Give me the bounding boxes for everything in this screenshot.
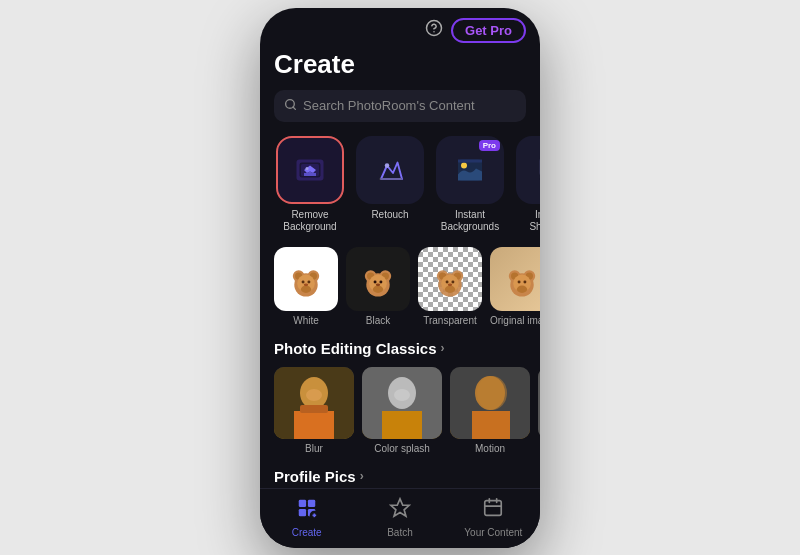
help-icon[interactable]: [425, 19, 443, 41]
svg-point-65: [477, 376, 507, 410]
bg-option-original[interactable]: Original image: [490, 247, 540, 326]
bg-option-transparent-label: Transparent: [423, 315, 477, 326]
svg-point-51: [517, 285, 527, 292]
svg-line-3: [293, 107, 295, 109]
motion-thumb: [450, 367, 530, 439]
nav-your-content[interactable]: Your Content: [447, 497, 540, 538]
nav-your-content-label: Your Content: [464, 527, 522, 538]
svg-point-62: [394, 389, 410, 401]
blur-thumb: [274, 367, 354, 439]
profile-heading-text: Profile Pics: [274, 468, 356, 485]
tools-row: RemoveBackground Retouch Pro: [260, 136, 540, 233]
svg-rect-90: [485, 500, 502, 515]
bg-thumb-white: [274, 247, 338, 311]
svg-rect-12: [540, 158, 541, 176]
search-placeholder: Search PhotoRoom's Content: [303, 98, 475, 113]
bg-thumb-transparent: [418, 247, 482, 311]
svg-point-53: [524, 280, 527, 283]
bg-option-white[interactable]: White: [274, 247, 338, 326]
profile-chevron: ›: [360, 469, 364, 483]
svg-point-41: [445, 285, 455, 292]
svg-rect-58: [300, 405, 328, 413]
tool-instant-shadows[interactable]: Pro Instant Shadows: [514, 136, 540, 233]
svg-point-57: [306, 389, 322, 401]
bg-thumb-black: [346, 247, 410, 311]
tool-instant-bg[interactable]: Pro InstantBackgrounds: [434, 136, 506, 233]
svg-rect-66: [472, 411, 510, 439]
svg-point-14: [540, 176, 541, 182]
svg-rect-83: [308, 499, 315, 506]
retouch-icon-box: [356, 136, 424, 204]
instant-shadows-label: Instant Shadows: [514, 209, 540, 233]
svg-rect-82: [298, 499, 305, 506]
svg-rect-61: [382, 411, 422, 439]
instant-bg-label: InstantBackgrounds: [441, 209, 499, 233]
svg-rect-56: [294, 411, 334, 439]
classic-other[interactable]: Li...: [538, 367, 540, 454]
page-title: Create: [274, 49, 526, 80]
color-splash-label: Color splash: [374, 443, 430, 454]
create-icon: [296, 497, 318, 524]
bg-thumb-original: [490, 247, 540, 311]
main-content: Create Search PhotoRoom's Content: [260, 49, 540, 488]
svg-rect-67: [538, 367, 540, 439]
bg-option-black-label: Black: [366, 315, 390, 326]
svg-point-21: [301, 285, 311, 292]
your-content-icon: [482, 497, 504, 524]
classic-color-splash[interactable]: Color splash: [362, 367, 442, 454]
tool-retouch[interactable]: Retouch: [354, 136, 426, 233]
classic-blur[interactable]: Blur: [274, 367, 354, 454]
svg-point-23: [307, 280, 310, 283]
nav-batch[interactable]: Batch: [353, 497, 446, 538]
motion-label: Motion: [475, 443, 505, 454]
classics-section-heading[interactable]: Photo Editing Classics ›: [274, 340, 526, 357]
nav-create-label: Create: [292, 527, 322, 538]
blur-label: Blur: [305, 443, 323, 454]
svg-point-52: [518, 280, 521, 283]
svg-point-44: [448, 283, 452, 286]
top-bar: Get Pro: [260, 8, 540, 49]
bg-option-original-label: Original image: [490, 315, 540, 326]
search-icon: [284, 98, 297, 114]
svg-point-31: [373, 285, 383, 292]
pro-badge: Pro: [479, 140, 500, 151]
nav-batch-label: Batch: [387, 527, 413, 538]
remove-bg-icon-box: [276, 136, 344, 204]
tool-remove-bg[interactable]: RemoveBackground: [274, 136, 346, 233]
bg-option-transparent[interactable]: Transparent: [418, 247, 482, 326]
svg-point-34: [376, 283, 380, 286]
retouch-label: Retouch: [371, 209, 408, 221]
svg-point-24: [304, 283, 308, 286]
get-pro-button[interactable]: Get Pro: [451, 18, 526, 43]
svg-marker-89: [391, 498, 409, 515]
search-bar[interactable]: Search PhotoRoom's Content: [274, 90, 526, 122]
classics-chevron: ›: [441, 341, 445, 355]
color-splash-thumb: [362, 367, 442, 439]
remove-bg-label: RemoveBackground: [283, 209, 336, 233]
bottom-nav: Create Batch Your Content: [260, 488, 540, 548]
svg-point-43: [451, 280, 454, 283]
batch-icon: [389, 497, 411, 524]
svg-point-22: [302, 280, 305, 283]
classic-motion[interactable]: Motion: [450, 367, 530, 454]
svg-point-42: [446, 280, 449, 283]
bg-options-row: White Bl: [260, 247, 540, 326]
svg-rect-84: [298, 508, 305, 515]
svg-point-32: [374, 280, 377, 283]
nav-create[interactable]: Create: [260, 497, 353, 538]
svg-point-11: [461, 162, 467, 168]
svg-point-7: [306, 167, 309, 170]
instant-bg-icon-box: Pro: [436, 136, 504, 204]
phone-frame: Get Pro Create Search PhotoRoom's Conten…: [260, 8, 540, 548]
svg-point-8: [385, 163, 390, 168]
svg-point-33: [379, 280, 382, 283]
classics-row: Blur Color splash: [260, 367, 540, 454]
bg-option-black[interactable]: Black: [346, 247, 410, 326]
classics-heading-text: Photo Editing Classics: [274, 340, 437, 357]
other-thumb: [538, 367, 540, 439]
bg-option-white-label: White: [293, 315, 319, 326]
instant-shadows-icon-box: Pro: [516, 136, 540, 204]
profile-section-heading[interactable]: Profile Pics ›: [274, 468, 526, 485]
